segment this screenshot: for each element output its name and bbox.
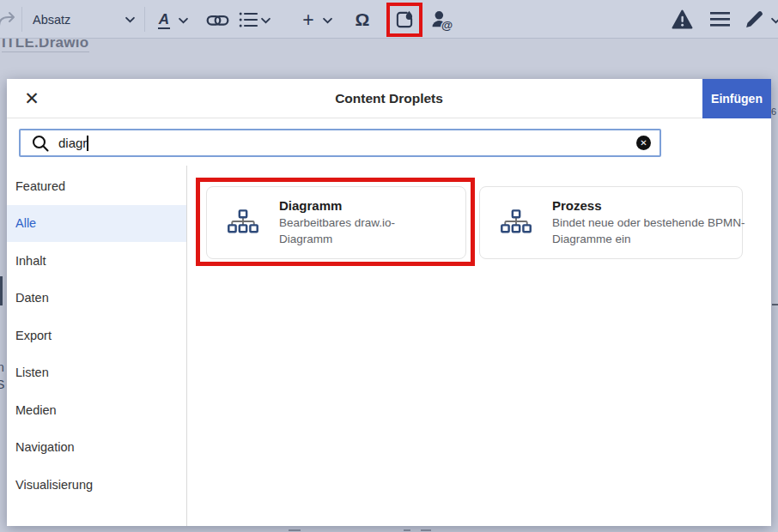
screen: ITLE.Drawio n S 6 Absatz A (0, 0, 778, 532)
droplet-card-prozess[interactable]: Prozess Bindet neue oder bestehende BPMN… (479, 186, 743, 259)
dialog-header: Content Droplets ✕ (7, 79, 771, 118)
warning-icon (672, 9, 693, 29)
card-title: Prozess (552, 198, 757, 213)
redo-icon (0, 9, 17, 30)
paragraph-style-label: Absatz (33, 13, 70, 27)
close-button[interactable]: ✕ (19, 87, 45, 111)
sidebar-item-alle[interactable]: Alle (7, 205, 186, 243)
user-mention-icon: @ (431, 9, 454, 31)
droplet-card-diagramm[interactable]: Diagramm Bearbeitbares draw.io-Diagramm (206, 186, 466, 259)
dialog-title: Content Droplets (7, 79, 771, 118)
sidebar-item-listen[interactable]: Listen (7, 354, 186, 392)
card-description: Bearbeitbares draw.io-Diagramm (279, 215, 427, 248)
edit-mode-dropdown[interactable] (770, 15, 778, 26)
paragraph-style-dropdown[interactable]: Absatz (22, 0, 144, 39)
sidebar-item-label: Listen (15, 366, 49, 379)
sidebar-item-inhalt[interactable]: Inhalt (7, 242, 186, 280)
sidebar-item-export[interactable]: Export (7, 317, 186, 354)
chevron-down-icon (125, 16, 135, 23)
chevron-down-icon (771, 17, 778, 24)
sidebar-item-label: Featured (15, 179, 65, 193)
link-icon (206, 9, 229, 32)
sidebar-item-label: Navigation (15, 440, 75, 454)
background-fragment-dash (404, 529, 410, 531)
category-sidebar: Featured Alle Inhalt Daten Export Listen… (7, 167, 186, 504)
org-chart-icon (499, 209, 533, 238)
clear-icon: ✕ (640, 138, 647, 148)
insert-button-label: Einfügen (711, 92, 763, 106)
mention-button[interactable]: @ (429, 7, 455, 32)
sidebar-item-featured[interactable]: Featured (7, 167, 186, 205)
background-fragment-dash (421, 529, 431, 531)
plus-icon: + (302, 11, 313, 28)
insert-plus-button[interactable]: + (297, 8, 319, 32)
clear-search-button[interactable]: ✕ (636, 136, 651, 150)
sidebar-item-navigation[interactable]: Navigation (7, 429, 186, 467)
link-button[interactable] (204, 8, 230, 32)
background-fragment-tick (772, 304, 778, 305)
sidebar-item-label: Daten (15, 291, 49, 305)
bullet-list-button[interactable] (237, 9, 259, 31)
pencil-icon (744, 9, 765, 30)
font-color-button[interactable]: A (153, 9, 175, 31)
background-fragment-dash (289, 529, 301, 531)
list-dropdown[interactable] (259, 15, 271, 26)
background-fragment-text: S (0, 378, 4, 391)
sidebar-item-label: Export (15, 329, 52, 342)
close-icon: ✕ (24, 88, 40, 109)
card-text: Diagramm Bearbeitbares draw.io-Diagramm (279, 198, 427, 248)
edit-mode-button[interactable] (742, 7, 766, 31)
sidebar-item-medien[interactable]: Medien (7, 391, 186, 429)
chevron-down-icon (323, 17, 332, 24)
card-title: Diagramm (279, 198, 427, 213)
omega-icon: Ω (356, 9, 370, 30)
card-description: Bindet neue oder bestehende BPMN-Diagram… (552, 215, 757, 248)
annotation-red-box-toolbar (386, 3, 422, 37)
toolbar-separator (144, 7, 145, 32)
search-value: diagr (58, 136, 87, 150)
sidebar-item-label: Inhalt (15, 254, 46, 268)
font-color-dropdown[interactable] (177, 15, 189, 26)
background-fragment-text: n (0, 360, 4, 374)
card-text: Prozess Bindet neue oder bestehende BPMN… (552, 198, 757, 248)
insert-dropdown[interactable] (321, 15, 333, 26)
chevron-down-icon (261, 17, 270, 24)
search-input[interactable]: diagr ✕ (19, 129, 661, 157)
sidebar-item-daten[interactable]: Daten (7, 280, 186, 317)
redo-button[interactable] (0, 9, 18, 31)
background-fragment-text: 6 (771, 106, 776, 117)
warning-button[interactable] (670, 8, 694, 30)
sidebar-item-label: Medien (15, 403, 57, 417)
org-chart-icon (226, 209, 260, 238)
chevron-down-icon (179, 17, 188, 24)
menu-button[interactable] (708, 9, 732, 29)
svg-text:@: @ (441, 18, 452, 30)
sidebar-item-visualisierung[interactable]: Visualisierung (7, 466, 186, 504)
hamburger-menu-icon (709, 10, 731, 28)
insert-button[interactable]: Einfügen (702, 79, 771, 118)
text-cursor (87, 136, 88, 151)
content-droplets-dialog: Content Droplets ✕ Einfügen diagr ✕ Feat… (7, 79, 771, 526)
search-icon (31, 134, 50, 153)
background-fragment-bar (0, 276, 3, 305)
font-color-icon: A (158, 11, 170, 29)
special-character-button[interactable]: Ω (350, 8, 374, 32)
editor-toolbar: Absatz A (0, 0, 778, 39)
sidebar-item-label: Alle (15, 216, 36, 230)
sidebar-item-label: Visualisierung (15, 478, 93, 492)
bullet-list-icon (238, 9, 258, 30)
sidebar-divider (186, 166, 187, 526)
